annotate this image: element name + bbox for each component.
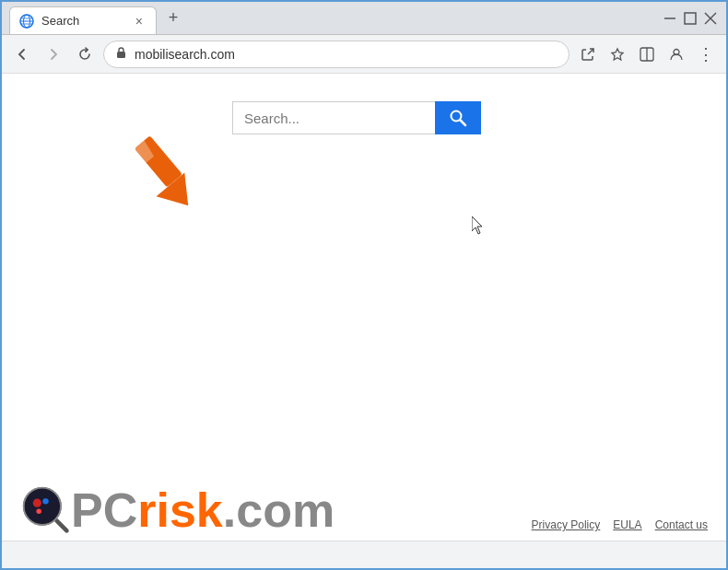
svg-rect-16 <box>135 135 182 187</box>
search-area <box>2 74 726 134</box>
bookmark-button[interactable] <box>605 41 630 67</box>
svg-rect-9 <box>117 52 125 58</box>
tab-close-button[interactable]: × <box>132 12 147 30</box>
risk-text: risk <box>137 486 223 534</box>
svg-marker-11 <box>612 49 623 60</box>
close-icon[interactable] <box>702 10 719 27</box>
tab-favicon <box>19 14 34 29</box>
eula-link[interactable]: EULA <box>613 518 641 531</box>
search-input[interactable] <box>232 101 435 134</box>
share-button[interactable] <box>575 41 601 67</box>
toolbar-actions: ⋮ <box>575 41 719 67</box>
maximize-icon[interactable] <box>682 10 699 27</box>
pcrisk-logo: PCrisk.com <box>20 484 335 535</box>
pc-text: PC <box>71 486 137 534</box>
menu-button[interactable]: ⋮ <box>693 41 719 67</box>
back-button[interactable] <box>9 41 35 67</box>
profile-button[interactable] <box>663 41 689 67</box>
svg-point-24 <box>42 498 48 504</box>
page-content: PCrisk.com Privacy Policy EULA Contact u… <box>2 74 726 544</box>
url-text: mobilisearch.com <box>135 47 558 62</box>
svg-marker-21 <box>472 216 482 234</box>
page-footer: PCrisk.com Privacy Policy EULA Contact u… <box>2 471 726 544</box>
active-tab[interactable]: Search × <box>9 6 157 34</box>
com-text: .com <box>223 486 335 534</box>
svg-rect-6 <box>685 13 696 24</box>
tab-split-button[interactable] <box>634 41 660 67</box>
search-button[interactable] <box>435 101 481 134</box>
title-bar: Search × + <box>2 2 726 35</box>
search-icon <box>449 109 467 127</box>
footer-links: Privacy Policy EULA Contact us <box>532 518 708 535</box>
cursor <box>472 216 487 235</box>
privacy-policy-link[interactable]: Privacy Policy <box>532 518 601 531</box>
svg-line-26 <box>56 520 66 530</box>
forward-button[interactable] <box>41 41 66 67</box>
svg-marker-18 <box>132 140 157 165</box>
lock-icon <box>115 46 127 62</box>
contact-us-link[interactable]: Contact us <box>655 518 708 531</box>
svg-point-25 <box>36 509 41 515</box>
tab-title: Search <box>41 14 79 28</box>
refresh-button[interactable] <box>72 41 98 67</box>
pcrisk-logo-icon <box>20 484 71 535</box>
tab-area: Search × + <box>2 2 654 34</box>
svg-line-20 <box>461 121 466 126</box>
new-tab-button[interactable]: + <box>160 6 186 31</box>
address-bar[interactable]: mobilisearch.com <box>103 41 569 68</box>
window-controls <box>654 2 726 34</box>
svg-point-23 <box>33 499 41 507</box>
status-bar <box>2 541 726 568</box>
svg-line-10 <box>588 49 593 54</box>
minimize-icon[interactable] <box>662 10 678 27</box>
pcrisk-text: PCrisk.com <box>71 486 335 534</box>
svg-marker-17 <box>157 172 203 217</box>
nav-bar: mobilisearch.com ⋮ <box>2 35 726 74</box>
